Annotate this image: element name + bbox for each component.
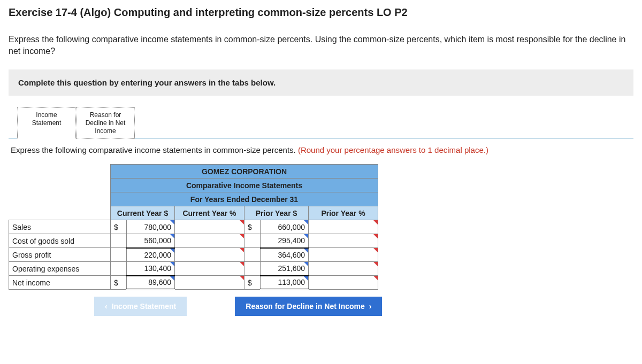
cy-pct-input[interactable] (175, 234, 244, 248)
currency-symbol (111, 234, 127, 248)
row-label: Operating expenses (9, 262, 111, 276)
py-amount-input[interactable]: 364,600 (261, 248, 309, 262)
py-amount-input[interactable]: 660,000 (261, 220, 309, 234)
edit-marker-icon (304, 276, 308, 281)
table-row: Net income $ 89,600 $ 113,000 (9, 276, 378, 290)
question-text: Express the following comparative income… (9, 34, 633, 57)
currency-symbol (244, 262, 261, 276)
edit-marker-icon (373, 262, 378, 266)
table-row: Cost of goods sold 560,000 295,400 (9, 234, 378, 248)
table-period: For Years Ended December 31 (111, 192, 378, 206)
tab-income-statement[interactable]: Income Statement (17, 107, 76, 139)
table-row: Gross profit 220,000 364,600 (9, 248, 378, 262)
income-statement-table: GOMEZ CORPORATION Comparative Income Sta… (9, 164, 378, 290)
edit-marker-icon (373, 220, 378, 224)
cy-amount-input[interactable]: 89,600 (127, 276, 175, 290)
py-pct-input[interactable] (309, 234, 378, 248)
table-corp-header: GOMEZ CORPORATION (111, 165, 378, 179)
tabs: Income Statement Reason for Decline in N… (17, 107, 633, 139)
chevron-left-icon: ‹ (105, 302, 108, 311)
py-pct-input[interactable] (309, 276, 378, 290)
currency-symbol: $ (244, 276, 261, 290)
edit-marker-icon (170, 234, 174, 238)
tab-desc-hint: (Round your percentage answers to 1 deci… (298, 145, 488, 154)
edit-marker-icon (304, 249, 308, 253)
chevron-right-icon: › (369, 302, 372, 311)
edit-marker-icon (240, 248, 244, 252)
cy-pct-input[interactable] (175, 248, 244, 262)
row-label: Net income (9, 276, 111, 290)
py-pct-input[interactable] (309, 220, 378, 234)
py-amount-input[interactable]: 251,600 (261, 262, 309, 276)
edit-marker-icon (304, 234, 308, 238)
col-current-year-pct: Current Year % (175, 206, 244, 220)
currency-symbol: $ (111, 276, 127, 290)
edit-marker-icon (240, 220, 244, 224)
edit-marker-icon (240, 262, 244, 266)
cy-pct-input[interactable] (175, 262, 244, 276)
tab-reason-decline[interactable]: Reason for Decline in Net Income (76, 107, 135, 139)
row-label: Cost of goods sold (9, 234, 111, 248)
table-row: Sales $ 780,000 $ 660,000 (9, 220, 378, 234)
cy-amount-input[interactable]: 560,000 (127, 234, 175, 248)
currency-symbol (111, 262, 127, 276)
py-pct-input[interactable] (309, 248, 378, 262)
currency-symbol (244, 248, 261, 262)
edit-marker-icon (373, 276, 378, 280)
edit-marker-icon (373, 234, 378, 238)
cy-amount-input[interactable]: 220,000 (127, 248, 175, 262)
row-label: Sales (9, 220, 111, 234)
instruction-bar: Complete this question by entering your … (9, 69, 633, 96)
cy-pct-input[interactable] (175, 220, 244, 234)
col-prior-year-pct: Prior Year % (309, 206, 378, 220)
tab-desc-main: Express the following comparative income… (11, 145, 298, 154)
edit-marker-icon (170, 276, 174, 281)
py-pct-input[interactable] (309, 262, 378, 276)
cy-amount-input[interactable]: 780,000 (127, 220, 175, 234)
col-current-year-dollar: Current Year $ (111, 206, 175, 220)
next-tab-label: Reason for Decline in Net Income (246, 302, 365, 311)
cy-amount-input[interactable]: 130,400 (127, 262, 175, 276)
page-title: Exercise 17-4 (Algo) Computing and inter… (9, 6, 633, 19)
currency-symbol: $ (244, 220, 261, 234)
edit-marker-icon (170, 249, 174, 253)
edit-marker-icon (304, 262, 308, 266)
table-subtitle: Comparative Income Statements (111, 179, 378, 192)
edit-marker-icon (170, 262, 174, 266)
edit-marker-icon (240, 234, 244, 238)
cy-pct-input[interactable] (175, 276, 244, 290)
edit-marker-icon (170, 220, 174, 224)
edit-marker-icon (373, 248, 378, 252)
currency-symbol (111, 248, 127, 262)
col-prior-year-dollar: Prior Year $ (244, 206, 309, 220)
prev-tab-button[interactable]: ‹ Income Statement (94, 297, 187, 316)
prev-tab-label: Income Statement (112, 302, 177, 311)
nav-row: ‹ Income Statement Reason for Decline in… (94, 297, 633, 316)
table-row: Operating expenses 130,400 251,600 (9, 262, 378, 276)
currency-symbol: $ (111, 220, 127, 234)
currency-symbol (244, 234, 261, 248)
row-label: Gross profit (9, 248, 111, 262)
edit-marker-icon (240, 276, 244, 280)
tab-description: Express the following comparative income… (9, 139, 633, 164)
py-amount-input[interactable]: 113,000 (261, 276, 309, 290)
py-amount-input[interactable]: 295,400 (261, 234, 309, 248)
next-tab-button[interactable]: Reason for Decline in Net Income › (235, 297, 382, 316)
edit-marker-icon (304, 220, 308, 224)
